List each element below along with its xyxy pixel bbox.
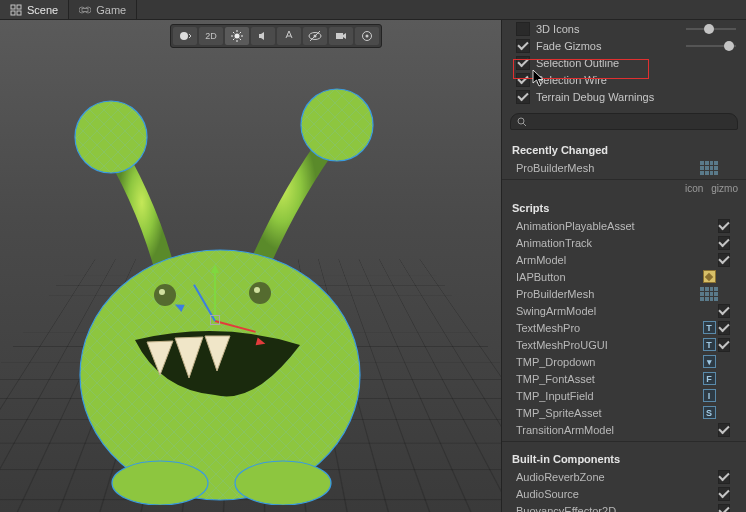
selected-mesh[interactable]: [55, 75, 415, 505]
script-gizmo-cell[interactable]: [718, 253, 746, 267]
toggle-audio[interactable]: [251, 27, 275, 45]
script-row[interactable]: TextMeshProUGUIT: [502, 336, 746, 353]
section-recently-changed-title: Recently Changed: [502, 136, 746, 159]
script-gizmo-cell[interactable]: [718, 423, 746, 437]
gizmo-center[interactable]: [210, 315, 220, 325]
scene-viewport[interactable]: 2D: [0, 20, 501, 512]
script-gizmo-cell[interactable]: [718, 219, 746, 233]
gizmo-checkbox[interactable]: [718, 470, 730, 484]
toggle-2d[interactable]: 2D: [199, 27, 223, 45]
section-builtin-title: Built-in Components: [502, 445, 746, 468]
builtin-row[interactable]: AudioReverbZone: [502, 468, 746, 485]
letter-icon: T: [703, 321, 716, 334]
search-input[interactable]: [510, 113, 738, 130]
toggle-visibility[interactable]: [303, 27, 327, 45]
svg-rect-2: [11, 11, 15, 15]
option-fade-gizmos[interactable]: Fade Gizmos: [502, 37, 746, 54]
script-icon-cell[interactable]: [700, 287, 718, 301]
gizmo-checkbox[interactable]: [718, 487, 730, 501]
script-icon-cell[interactable]: T: [700, 338, 718, 351]
script-row[interactable]: SwingArmModel: [502, 302, 746, 319]
gizmo-checkbox[interactable]: [718, 219, 730, 233]
gizmo-checkbox[interactable]: [718, 321, 730, 335]
checkbox-fade-gizmos[interactable]: [516, 39, 530, 53]
script-row[interactable]: ArmModel: [502, 251, 746, 268]
script-row[interactable]: AnimationTrack: [502, 234, 746, 251]
script-row[interactable]: TMP_FontAssetF: [502, 370, 746, 387]
svg-point-22: [235, 461, 331, 505]
letter-icon: I: [703, 389, 716, 402]
script-icon-cell[interactable]: I: [700, 389, 718, 402]
script-row[interactable]: TMP_Dropdown▾: [502, 353, 746, 370]
script-icon-cell[interactable]: S: [700, 406, 718, 419]
script-gizmo-cell[interactable]: [718, 487, 746, 501]
script-icon-cell[interactable]: T: [700, 321, 718, 334]
shading-dropdown[interactable]: [173, 27, 197, 45]
slider-fade-gizmos[interactable]: [686, 41, 736, 51]
gizmos-dropdown[interactable]: [355, 27, 379, 45]
gizmo-checkbox[interactable]: [718, 253, 730, 267]
script-row[interactable]: AnimationPlayableAsset: [502, 217, 746, 234]
checkbox-selection-outline[interactable]: [516, 56, 530, 70]
gizmo-checkbox[interactable]: [718, 236, 730, 250]
script-row[interactable]: IAPButton: [502, 268, 746, 285]
slider-3d-icons[interactable]: [686, 24, 736, 34]
script-row[interactable]: TransitionArmModel: [502, 421, 746, 438]
option-terrain-debug[interactable]: Terrain Debug Warnings: [502, 88, 746, 105]
script-gizmo-cell[interactable]: [718, 304, 746, 318]
script-row[interactable]: TMP_InputFieldI: [502, 387, 746, 404]
script-icon-cell[interactable]: [700, 161, 718, 175]
search-icon: [517, 117, 527, 127]
tab-scene[interactable]: Scene: [0, 0, 69, 19]
svg-point-21: [112, 461, 208, 505]
script-icon-cell[interactable]: ▾: [700, 355, 718, 368]
gizmo-checkbox[interactable]: [718, 423, 730, 437]
svg-rect-12: [336, 33, 343, 39]
camera-dropdown[interactable]: [329, 27, 353, 45]
script-label: TMP_Dropdown: [516, 356, 700, 368]
tab-scene-label: Scene: [27, 4, 58, 16]
script-row[interactable]: ProBuilderMesh: [502, 285, 746, 302]
svg-point-26: [254, 287, 260, 293]
svg-point-25: [249, 282, 271, 304]
option-3d-icons[interactable]: 3D Icons: [502, 20, 746, 37]
script-row[interactable]: TMP_SpriteAssetS: [502, 404, 746, 421]
toggle-fx[interactable]: [277, 27, 301, 45]
svg-point-24: [159, 289, 165, 295]
builtin-row[interactable]: AudioSource: [502, 485, 746, 502]
letter-icon: S: [703, 406, 716, 419]
builtin-row[interactable]: BuoyancyEffector2D: [502, 502, 746, 512]
svg-rect-1: [17, 5, 21, 9]
transform-gizmo[interactable]: [215, 320, 216, 321]
gizmo-checkbox[interactable]: [718, 304, 730, 318]
recent-row[interactable]: ProBuilderMesh: [502, 159, 746, 176]
gizmos-panel: 3D Icons Fade Gizmos Selection Outline S…: [501, 20, 746, 512]
svg-point-8: [235, 34, 240, 39]
script-label: AnimationTrack: [516, 237, 700, 249]
script-icon-cell[interactable]: F: [700, 372, 718, 385]
grid-icon: [10, 4, 22, 16]
script-gizmo-cell[interactable]: [718, 236, 746, 250]
tab-game-label: Game: [96, 4, 126, 16]
script-label: TransitionArmModel: [516, 424, 700, 436]
gizmo-checkbox[interactable]: [718, 504, 730, 513]
gizmo-axis-y[interactable]: [214, 273, 216, 321]
checkbox-terrain-debug[interactable]: [516, 90, 530, 104]
svg-point-18: [301, 89, 373, 161]
script-label: AudioReverbZone: [516, 471, 700, 483]
script-gizmo-cell[interactable]: [718, 338, 746, 352]
script-gizmo-cell[interactable]: [718, 470, 746, 484]
toggle-lighting[interactable]: [225, 27, 249, 45]
script-row[interactable]: TextMeshProT: [502, 319, 746, 336]
svg-rect-0: [11, 5, 15, 9]
tab-game[interactable]: Game: [69, 0, 137, 19]
checkbox-3d-icons[interactable]: [516, 22, 530, 36]
script-gizmo-cell[interactable]: [718, 504, 746, 513]
script-gizmo-cell[interactable]: [718, 321, 746, 335]
checkbox-selection-wire[interactable]: [516, 73, 530, 87]
section-scripts-title: Scripts: [502, 194, 746, 217]
script-label: ArmModel: [516, 254, 700, 266]
gizmo-checkbox[interactable]: [718, 338, 730, 352]
script-icon-cell[interactable]: [700, 270, 718, 283]
diamond-icon: [703, 270, 716, 283]
